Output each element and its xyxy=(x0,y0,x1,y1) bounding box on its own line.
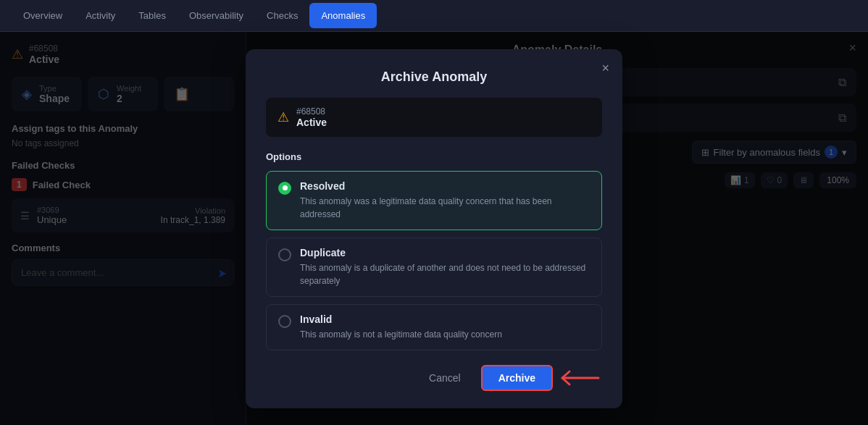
radio-duplicate xyxy=(278,248,291,261)
nav-anomalies[interactable]: Anomalies xyxy=(309,3,377,28)
radio-resolved xyxy=(278,182,291,195)
archive-anomaly-modal: × Archive Anomaly ⚠ #68508 Active Option… xyxy=(246,49,622,408)
red-arrow-indicator xyxy=(559,368,602,388)
modal-overlay: × Archive Anomaly ⚠ #68508 Active Option… xyxy=(0,32,868,425)
modal-footer: Cancel Archive xyxy=(266,365,602,391)
modal-warning-icon: ⚠ xyxy=(277,109,289,125)
cancel-button[interactable]: Cancel xyxy=(417,366,472,390)
modal-anomaly-id: #68508 xyxy=(296,106,327,117)
nav-observability[interactable]: Observability xyxy=(178,3,255,28)
option-resolved-name: Resolved xyxy=(300,180,590,192)
option-invalid-desc: This anomaly is not a legitimate data qu… xyxy=(300,328,502,341)
option-invalid-name: Invalid xyxy=(300,314,502,325)
option-duplicate[interactable]: Duplicate This anomaly is a duplicate of… xyxy=(266,237,602,297)
radio-invalid xyxy=(278,315,291,328)
modal-anomaly-header: ⚠ #68508 Active xyxy=(266,98,602,137)
option-duplicate-name: Duplicate xyxy=(300,247,590,258)
modal-anomaly-status: Active xyxy=(296,117,327,128)
nav-overview[interactable]: Overview xyxy=(12,3,74,28)
main-content: ⚠ #68508 Active ◈ Type Shape ⬡ Weight 2 xyxy=(0,32,868,425)
option-invalid[interactable]: Invalid This anomaly is not a legitimate… xyxy=(266,304,602,350)
nav-activity[interactable]: Activity xyxy=(74,3,127,28)
options-label: Options xyxy=(266,151,602,162)
modal-title: Archive Anomaly xyxy=(266,70,602,85)
option-resolved[interactable]: Resolved This anomaly was a legitimate d… xyxy=(266,171,602,230)
top-navigation: Overview Activity Tables Observability C… xyxy=(0,0,868,32)
nav-checks[interactable]: Checks xyxy=(255,3,309,28)
option-duplicate-desc: This anomaly is a duplicate of another a… xyxy=(300,261,590,287)
option-resolved-desc: This anomaly was a legitimate data quali… xyxy=(300,195,590,221)
modal-close-button[interactable]: × xyxy=(601,61,609,76)
archive-button[interactable]: Archive xyxy=(481,365,553,391)
nav-tables[interactable]: Tables xyxy=(127,3,178,28)
